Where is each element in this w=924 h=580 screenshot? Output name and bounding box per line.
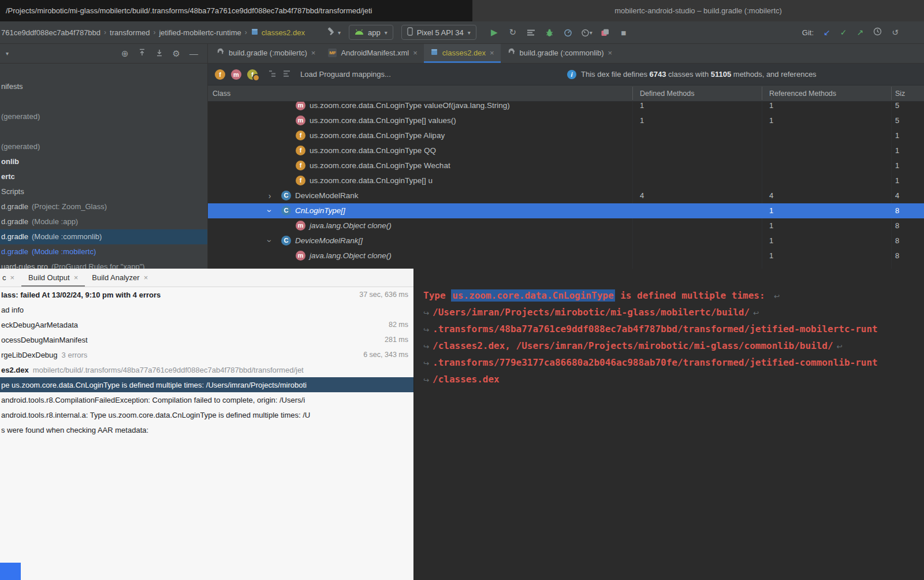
table-row[interactable]: m us.zoom.core.data.CnLoginType[] values… <box>208 113 924 128</box>
tool-window-corner-button[interactable] <box>0 563 21 580</box>
tree-item-build-gradle-mobilertc[interactable]: d.gradle(Module :mobilertc) <box>0 244 207 259</box>
show-referenced-filter-icon[interactable]: f <box>247 69 258 80</box>
console-line: ↪/classes.dex <box>423 371 924 388</box>
breadcrumb-hash[interactable]: 761ce9ddf088ec7ab4f787bbd <box>1 28 100 37</box>
select-opened-file-icon[interactable]: ⊕ <box>121 49 129 58</box>
device-manager-icon[interactable] <box>597 28 614 37</box>
build-button[interactable]: ▾ <box>327 27 341 38</box>
build-row[interactable]: ocessDebugMainManifest 281 ms <box>0 332 413 347</box>
restart-button[interactable]: ↻ <box>504 27 521 38</box>
tree-item-generated[interactable]: (generated) <box>0 139 207 154</box>
column-header-class[interactable]: Class <box>213 85 230 102</box>
tree-item[interactable] <box>0 94 207 109</box>
breadcrumb-jetified[interactable]: jetified-mobilertc-runtime <box>159 28 241 37</box>
profiler-dropdown[interactable]: ▾ <box>578 28 595 37</box>
tree-item-build-gradle-commonlib-selected[interactable]: d.gradle(Module :commonlib) <box>0 229 207 244</box>
tab-build-gradle-commonlib[interactable]: build.gradle (:commonlib) × <box>501 44 619 63</box>
collapse-all-icon[interactable] <box>155 49 163 58</box>
column-header-defined[interactable]: Defined Methods <box>640 85 695 102</box>
build-row[interactable]: ad info <box>0 302 413 317</box>
row-name: us.zoom.core.data.CnLoginType valueOf(ja… <box>310 102 510 113</box>
close-icon[interactable]: × <box>608 49 613 57</box>
load-proguard-mappings-button[interactable]: Load Proguard mappings... <box>300 70 391 79</box>
flatten-packages-icon[interactable] <box>282 69 291 80</box>
tree-item-proguard-rules[interactable]: uard-rules.pro(ProGuard Rules for "xapp"… <box>0 259 207 269</box>
run-config-selector[interactable]: app ▾ <box>349 25 393 40</box>
tab-classes2-dex[interactable]: classes2.dex × <box>424 44 501 63</box>
table-row[interactable]: f us.zoom.core.data.CnLoginType QQ 1 <box>208 143 924 158</box>
chevron-right-icon[interactable]: › <box>266 188 274 203</box>
tree-item-gradle-scripts[interactable]: Scripts <box>0 184 207 199</box>
run-button[interactable]: ▶ <box>486 27 503 38</box>
build-row[interactable]: android.tools.r8.CompilationFailedExcept… <box>0 392 413 407</box>
build-row[interactable]: android.tools.r8.internal.a: Type us.zoo… <box>0 407 413 422</box>
tree-item-commonlib[interactable]: onlib <box>0 154 207 169</box>
referenced-count: 1 <box>769 203 773 218</box>
column-header-referenced[interactable]: Referenced Methods <box>769 85 836 102</box>
build-row[interactable]: s were found when checking AAR metadata: <box>0 422 413 437</box>
git-rollback-button[interactable]: ↺ <box>892 28 899 37</box>
tree-item-mobilertc[interactable]: ertc <box>0 169 207 184</box>
close-icon[interactable]: × <box>74 273 79 282</box>
build-error-console[interactable]: Type us.zoom.core.data.CnLoginType is de… <box>413 269 924 580</box>
tree-item-build-gradle-app[interactable]: d.gradle(Module :app) <box>0 214 207 229</box>
info-icon: i <box>567 70 576 79</box>
expand-all-icon[interactable] <box>138 49 146 58</box>
close-icon[interactable]: × <box>311 49 316 57</box>
tab-build-output[interactable]: Build Output × <box>21 269 85 287</box>
chevron-down-icon[interactable]: › <box>262 237 277 245</box>
table-row[interactable]: f us.zoom.core.data.CnLoginType Wechat 1 <box>208 158 924 173</box>
chevron-down-icon: ▾ <box>385 29 388 36</box>
table-row[interactable]: m us.zoom.core.data.CnLoginType valueOf(… <box>208 102 924 113</box>
sort-tree-icon[interactable] <box>268 69 277 80</box>
git-push-button[interactable]: ↗ <box>857 28 864 37</box>
stop-button[interactable]: ■ <box>615 28 632 38</box>
build-row-selected[interactable]: pe us.zoom.core.data.CnLoginType is defi… <box>0 377 413 392</box>
close-icon[interactable]: × <box>413 49 418 57</box>
show-methods-filter-icon[interactable]: m <box>231 69 241 80</box>
view-selector-dropdown-icon[interactable]: ▾ <box>6 50 9 57</box>
git-history-button[interactable] <box>873 27 882 38</box>
tab-build-analyzer[interactable]: Build Analyzer × <box>85 269 155 287</box>
build-row[interactable]: lass: failed At 13/02/24, 9:10 pm with 4… <box>0 287 413 302</box>
breadcrumb-classes2-dex[interactable]: classes2.dex <box>262 28 305 37</box>
git-commit-button[interactable]: ✓ <box>840 28 847 37</box>
build-row[interactable]: rgeLibDexDebug 3 errors 6 sec, 343 ms <box>0 347 413 362</box>
column-divider[interactable] <box>762 87 762 100</box>
table-row[interactable]: f us.zoom.core.data.CnLoginType[] u 1 <box>208 173 924 188</box>
build-row[interactable]: es2.dex mobilertc/build/.transforms/48ba… <box>0 362 413 377</box>
tab-android-manifest[interactable]: MF AndroidManifest.xml × <box>322 44 423 63</box>
git-update-button[interactable]: ↙ <box>824 28 830 37</box>
tab-build-gradle-mobilertc[interactable]: build.gradle (:mobilertc) × <box>210 44 322 63</box>
row-name: DeviceModelRank <box>295 188 359 203</box>
chevron-down-icon[interactable]: › <box>262 207 277 215</box>
hide-panel-icon[interactable]: — <box>189 49 198 58</box>
close-icon[interactable]: × <box>490 49 494 57</box>
table-row[interactable]: m java.lang.Object clone() 1 8 <box>208 248 924 263</box>
build-variants-icon[interactable] <box>523 29 540 36</box>
tree-item-build-gradle-project[interactable]: d.gradle(Project: Zoom_Glass) <box>0 199 207 214</box>
show-fields-filter-icon[interactable]: f <box>215 69 225 80</box>
tab-sync[interactable]: c × <box>0 269 21 287</box>
class-icon: C <box>281 191 291 200</box>
tree-item-manifests[interactable]: nifests <box>0 79 207 94</box>
table-row[interactable]: › C DeviceModelRank 4 4 4 <box>208 188 924 203</box>
tree-item[interactable] <box>0 124 207 139</box>
table-row[interactable]: › C DeviceModelRank[] 1 8 <box>208 233 924 248</box>
table-row[interactable]: f us.zoom.core.data.CnLoginType Alipay 1 <box>208 128 924 143</box>
table-row-selected[interactable]: › C CnLoginType[] 1 8 <box>208 203 924 218</box>
column-divider[interactable] <box>891 87 892 100</box>
build-row[interactable]: eckDebugAarMetadata 82 ms <box>0 317 413 332</box>
profiler-button[interactable] <box>560 28 577 37</box>
column-header-size[interactable]: Siz <box>895 85 905 102</box>
breadcrumb-transformed[interactable]: transformed <box>110 28 150 37</box>
settings-gear-icon[interactable]: ⚙ <box>173 49 180 58</box>
debug-button[interactable] <box>541 28 558 37</box>
editor-tab-bar: build.gradle (:mobilertc) × MF AndroidMa… <box>208 44 924 64</box>
close-icon[interactable]: × <box>144 273 148 282</box>
table-row[interactable]: m java.lang.Object clone() 1 8 <box>208 218 924 233</box>
device-selector[interactable]: Pixel 5 API 34 ▾ <box>401 25 476 40</box>
tree-item-generated[interactable]: (generated) <box>0 109 207 124</box>
close-icon[interactable]: × <box>10 273 15 282</box>
column-divider[interactable] <box>632 87 633 100</box>
